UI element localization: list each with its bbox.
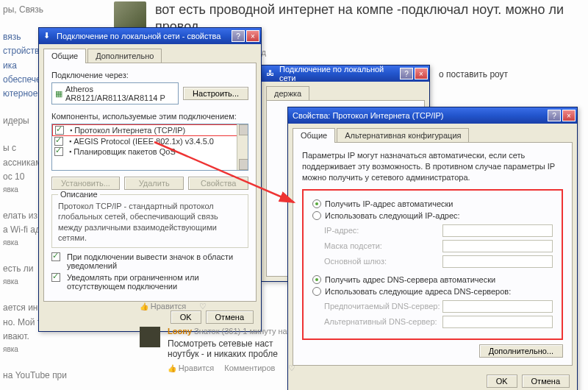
ip-address-input[interactable]	[442, 224, 553, 237]
answer-like-row: Нравится♡	[140, 297, 207, 311]
winA-title-text: Подключение по локальной сети - свойства	[57, 32, 230, 40]
components-listbox[interactable]: ▪Протокол Интернета (TCP/IP)▪AEGIS Proto…	[51, 124, 248, 171]
ok-button[interactable]: OK	[171, 311, 201, 324]
component-label: AEGIS Protocol (IEEE 802.1x) v3.4.5.0	[74, 137, 214, 146]
tray-icon-label: При подключении вывести значок в области…	[67, 252, 248, 270]
comment-button[interactable]: Комментиров	[224, 364, 275, 373]
cancel-button[interactable]: Отмена	[206, 311, 254, 324]
description-groupbox: Описание Протокол TCP/IP - стандартный п…	[51, 194, 248, 248]
lan-properties-window: ⬇ Подключение по локальной сети - свойст…	[38, 27, 262, 332]
close-button[interactable]: ×	[246, 30, 259, 42]
user-rank: Знаток (361)	[194, 327, 240, 336]
help-button[interactable]: ?	[400, 68, 413, 79]
adapter-name: Atheros AR8121/AR8113/AR8114 P	[65, 85, 175, 102]
answer-user: Loony Знаток (361) 1 минуту на	[168, 327, 315, 336]
component-checkbox[interactable]	[54, 147, 63, 156]
intro-text: Параметры IP могут назначаться автоматич…	[302, 150, 563, 183]
tab-general[interactable]: Общие	[43, 49, 86, 63]
uninstall-button[interactable]: Удалить	[124, 177, 184, 190]
pref-dns-label: Предпочитаемый DNS-сервер:	[324, 302, 442, 311]
radio-manual-dns[interactable]	[312, 287, 321, 296]
component-checkbox[interactable]	[55, 126, 64, 135]
radio-auto-dns-label: Получить адрес DNS-сервера автоматически	[325, 275, 495, 284]
answer-text-2: ноутбук - и никаких пробле	[168, 349, 315, 359]
close-button[interactable]: ×	[415, 68, 428, 79]
avatar-small[interactable]	[140, 327, 160, 347]
pref-dns-input[interactable]	[442, 300, 553, 313]
components-label: Компоненты, используемые этим подключени…	[51, 112, 248, 121]
sidebar-item: на YouTube при	[3, 369, 96, 383]
heart-icon[interactable]: ♡	[288, 364, 295, 373]
network-icon: ⬇	[43, 31, 54, 41]
sidebar-item: явка	[3, 344, 96, 355]
component-label: Планировщик пакетов QoS	[74, 147, 176, 156]
component-checkbox[interactable]	[54, 137, 63, 146]
properties-button[interactable]: Свойства	[188, 177, 248, 190]
tcpip-properties-window: Свойства: Протокол Интернета (TCP/IP) ? …	[287, 107, 578, 390]
scrollbar[interactable]	[237, 124, 248, 170]
limited-notify-checkbox[interactable]	[51, 273, 60, 282]
answer-block: Loony Знаток (361) 1 минуту на Посмотрет…	[168, 327, 315, 373]
component-icon: ▪	[69, 148, 71, 155]
help-button[interactable]: ?	[232, 30, 245, 42]
alt-dns-label: Альтернативный DNS-сервер:	[324, 317, 442, 326]
configure-button[interactable]: Настроить...	[183, 87, 248, 100]
radio-auto-dns[interactable]	[312, 275, 321, 284]
component-icon: ▪	[70, 127, 72, 134]
answer-text-1: Посмотреть сетевые наст	[168, 338, 315, 349]
connect-via-label: Подключение через:	[51, 71, 248, 79]
adapter-icon: ▦	[55, 89, 62, 99]
close-button[interactable]: ×	[562, 110, 576, 121]
bg-window-title[interactable]: 🖧 Подключение по локальной сети ? ×	[262, 65, 429, 82]
component-icon: ▪	[69, 138, 71, 145]
radio-auto-ip-label: Получить IP-адрес автоматически	[325, 199, 453, 208]
gateway-input[interactable]	[442, 255, 553, 268]
winB-title-text: Свойства: Протокол Интернета (TCP/IP)	[293, 111, 546, 120]
desc-legend: Описание	[58, 190, 100, 199]
tab-advanced[interactable]: Дополнительно	[87, 49, 162, 63]
network-icon: 🖧	[266, 68, 276, 79]
adapter-field: ▦ Atheros AR8121/AR8113/AR8114 P	[51, 82, 179, 104]
radio-manual-dns-label: Использовать следующие адреса DNS-сервер…	[325, 287, 511, 296]
component-item[interactable]: ▪AEGIS Protocol (IEEE 802.1x) v3.4.5.0	[52, 136, 248, 146]
subnet-mask-label: Маска подсети:	[324, 241, 442, 250]
user-name[interactable]: Loony	[168, 327, 192, 336]
install-button[interactable]: Установить...	[51, 177, 120, 190]
component-item[interactable]: ▪Планировщик пакетов QoS	[52, 146, 248, 157]
component-item[interactable]: ▪Протокол Интернета (TCP/IP)	[52, 124, 248, 136]
radio-auto-ip[interactable]	[312, 199, 321, 208]
ok-button[interactable]: OK	[487, 375, 517, 388]
cancel-button[interactable]: Отмена	[522, 375, 570, 388]
like-button[interactable]: Нравится	[168, 364, 214, 373]
radio-manual-ip-label: Использовать следующий IP-адрес:	[325, 211, 460, 220]
gateway-label: Основной шлюз:	[324, 257, 442, 266]
desc-text: Протокол TCP/IP - стандартный протокол г…	[58, 201, 242, 243]
limited-notify-label: Уведомлять при ограниченном или отсутств…	[67, 273, 248, 291]
question-tail: о поставить роут	[439, 69, 508, 79]
radio-manual-ip[interactable]	[312, 211, 321, 220]
winB-titlebar[interactable]: Свойства: Протокол Интернета (TCP/IP) ? …	[288, 107, 577, 124]
ip-settings-groupbox: Получить IP-адрес автоматически Использо…	[302, 189, 563, 340]
tab-general[interactable]: Общие	[293, 128, 335, 143]
tab-support[interactable]: держка	[266, 86, 309, 101]
tray-icon-checkbox[interactable]	[51, 252, 60, 261]
subnet-mask-input[interactable]	[442, 240, 553, 252]
component-label: Протокол Интернета (TCP/IP)	[74, 126, 185, 135]
winA-titlebar[interactable]: ⬇ Подключение по локальной сети - свойст…	[39, 28, 261, 44]
like-button[interactable]: Нравится	[140, 302, 186, 311]
advanced-button[interactable]: Дополнительно...	[479, 344, 563, 358]
sidebar-item: ры, Связь	[3, 3, 96, 17]
ip-address-label: IP-адрес:	[324, 226, 442, 235]
alt-dns-input[interactable]	[442, 316, 553, 328]
tab-altconfig[interactable]: Альтернативная конфигурация	[337, 128, 469, 143]
help-button[interactable]: ?	[548, 110, 561, 121]
user-time: 1 минуту на	[243, 327, 287, 336]
heart-icon[interactable]: ♡	[199, 302, 207, 311]
